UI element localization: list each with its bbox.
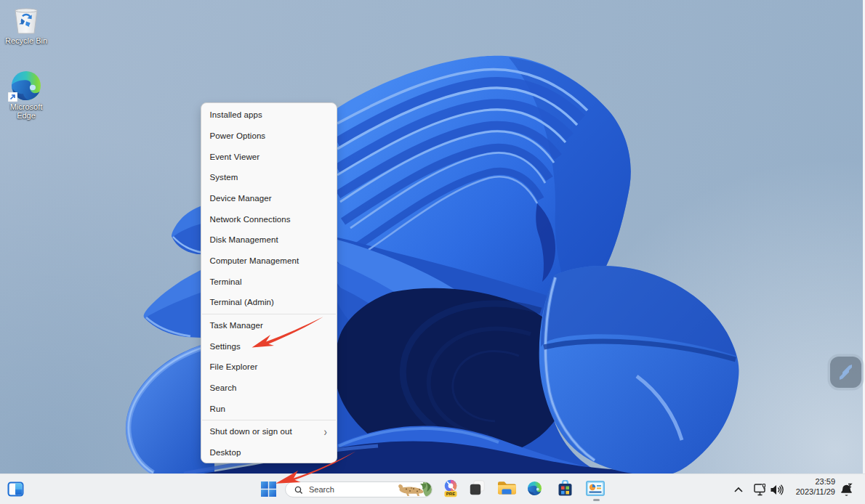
svg-text:PRE: PRE [446, 492, 455, 496]
